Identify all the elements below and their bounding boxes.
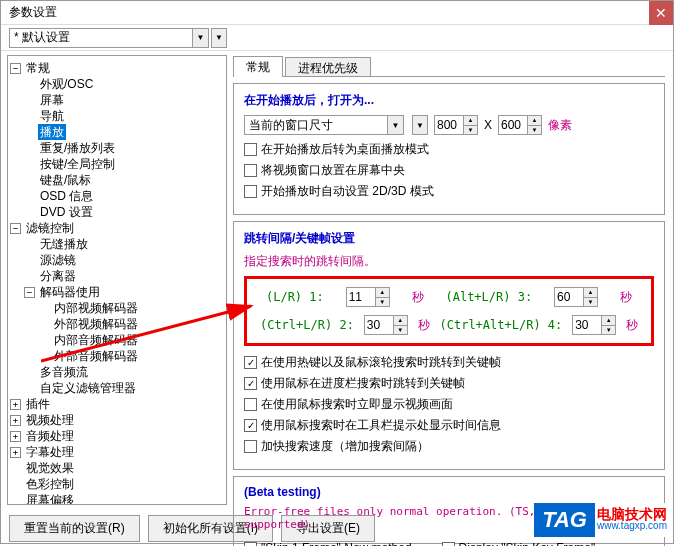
cb-2d3d[interactable] <box>244 185 257 198</box>
windowsize-menu[interactable]: ▼ <box>412 115 428 135</box>
cb-progress-keyframe[interactable] <box>244 377 257 390</box>
cb-tooltip-time[interactable] <box>244 419 257 432</box>
expand-icon[interactable]: + <box>10 415 21 426</box>
expand-icon[interactable]: + <box>10 431 21 442</box>
expand-icon[interactable]: + <box>10 447 21 458</box>
ctrlaltlr4-label: (Ctrl+Alt+L/R) 4: <box>439 318 562 332</box>
tree-extaudio[interactable]: 外部音频解码器 <box>10 348 224 364</box>
section-onplay: 在开始播放后，打开为... 当前的窗口尺寸 ▼ ▼ ▲▼ X ▲▼ 像素 在开始… <box>233 83 665 215</box>
tree-keys[interactable]: 按键/全局控制 <box>10 156 224 172</box>
watermark-logo: TAG 电脑技术网 www.tagxp.com <box>534 503 667 537</box>
lr1-label: (L/R) 1: <box>266 290 324 304</box>
chevron-down-icon: ▼ <box>192 29 208 47</box>
ctrllr2-label: (Ctrl+L/R) 2: <box>260 318 354 332</box>
expand-icon[interactable]: + <box>10 399 21 410</box>
tree-extvideo[interactable]: 外部视频解码器 <box>10 316 224 332</box>
window-title: 参数设置 <box>9 4 57 21</box>
preset-value: * 默认设置 <box>14 29 70 46</box>
tree-repeat[interactable]: 重复/播放列表 <box>10 140 224 156</box>
collapse-icon[interactable]: − <box>24 287 35 298</box>
tree-screen[interactable]: 屏幕 <box>10 92 224 108</box>
altlr3-label: (Alt+L/R) 3: <box>445 290 532 304</box>
tree-osd[interactable]: OSD 信息 <box>10 188 224 204</box>
section-jump-title: 跳转间隔/关键帧设置 <box>244 230 654 247</box>
tree-general[interactable]: −常规 <box>10 60 224 76</box>
height-spinner[interactable]: ▲▼ <box>498 115 542 135</box>
collapse-icon[interactable]: − <box>10 63 21 74</box>
tree-screenoff[interactable]: 屏幕偏移 <box>10 492 224 505</box>
close-button[interactable]: ✕ <box>649 1 673 25</box>
tree-playback[interactable]: 播放 <box>10 124 224 140</box>
tree-panel: −常规 外观/OSC 屏幕 导航 播放 重复/播放列表 按键/全局控制 键盘/鼠… <box>7 55 227 505</box>
section-onplay-title: 在开始播放后，打开为... <box>244 92 654 109</box>
tree-appearance[interactable]: 外观/OSC <box>10 76 224 92</box>
preset-menu-button[interactable]: ▼ <box>211 28 227 48</box>
tag-badge: TAG <box>534 503 595 537</box>
tree-splitter[interactable]: 分离器 <box>10 268 224 284</box>
ctrlaltlr4-spinner[interactable]: ▲▼ <box>572 315 616 335</box>
tab-general[interactable]: 常规 <box>233 56 283 77</box>
tree-nav[interactable]: 导航 <box>10 108 224 124</box>
chevron-down-icon: ▼ <box>387 116 403 134</box>
cb-skip1frame[interactable] <box>244 542 257 547</box>
tree-kbmouse[interactable]: 键盘/鼠标 <box>10 172 224 188</box>
tree-custfilter[interactable]: 自定义滤镜管理器 <box>10 380 224 396</box>
cb-mouse-preview[interactable] <box>244 398 257 411</box>
cb-fast-search[interactable] <box>244 440 257 453</box>
cb-hotkey-keyframe[interactable] <box>244 356 257 369</box>
jump-subtitle: 指定搜索时的跳转间隔。 <box>244 253 654 270</box>
section-jump: 跳转间隔/关键帧设置 指定搜索时的跳转间隔。 (L/R) 1: ▲▼ 秒 (Al… <box>233 221 665 470</box>
cb-desktop[interactable] <box>244 143 257 156</box>
preset-combo[interactable]: * 默认设置 ▼ <box>9 28 209 48</box>
px-label: 像素 <box>548 117 572 134</box>
cb-center[interactable] <box>244 164 257 177</box>
tree-color[interactable]: 色彩控制 <box>10 476 224 492</box>
collapse-icon[interactable]: − <box>10 223 21 234</box>
lr1-spinner[interactable]: ▲▼ <box>346 287 390 307</box>
tree-noplay[interactable]: 无缝播放 <box>10 236 224 252</box>
tree-intvideo[interactable]: 内部视频解码器 <box>10 300 224 316</box>
width-input[interactable] <box>435 116 463 134</box>
tab-priority[interactable]: 进程优先级 <box>285 57 371 76</box>
ctrllr2-spinner[interactable]: ▲▼ <box>364 315 408 335</box>
width-spinner[interactable]: ▲▼ <box>434 115 478 135</box>
reset-button[interactable]: 重置当前的设置(R) <box>9 515 140 542</box>
tree-decoder[interactable]: −解码器使用 <box>10 284 224 300</box>
tree-multich[interactable]: 多音频流 <box>10 364 224 380</box>
altlr3-spinner[interactable]: ▲▼ <box>554 287 598 307</box>
tree-filter[interactable]: −滤镜控制 <box>10 220 224 236</box>
jump-highlight-box: (L/R) 1: ▲▼ 秒 (Alt+L/R) 3: ▲▼ 秒 (Ctrl+L/… <box>244 276 654 346</box>
tree-visual[interactable]: 视觉效果 <box>10 460 224 476</box>
x-label: X <box>484 118 492 132</box>
tree-srcfilter[interactable]: 源滤镜 <box>10 252 224 268</box>
tree-audioproc[interactable]: +音频处理 <box>10 428 224 444</box>
height-input[interactable] <box>499 116 527 134</box>
tree-intaudio[interactable]: 内部音频解码器 <box>10 332 224 348</box>
titlebar: 参数设置 ✕ <box>1 1 673 25</box>
windowsize-combo[interactable]: 当前的窗口尺寸 ▼ <box>244 115 404 135</box>
tree-dvd[interactable]: DVD 设置 <box>10 204 224 220</box>
beta-title: (Beta testing) <box>244 485 654 499</box>
cb-skipkeyframe[interactable] <box>442 542 455 547</box>
tree-plugin[interactable]: +插件 <box>10 396 224 412</box>
tree-subproc[interactable]: +字幕处理 <box>10 444 224 460</box>
tree-videoproc[interactable]: +视频处理 <box>10 412 224 428</box>
